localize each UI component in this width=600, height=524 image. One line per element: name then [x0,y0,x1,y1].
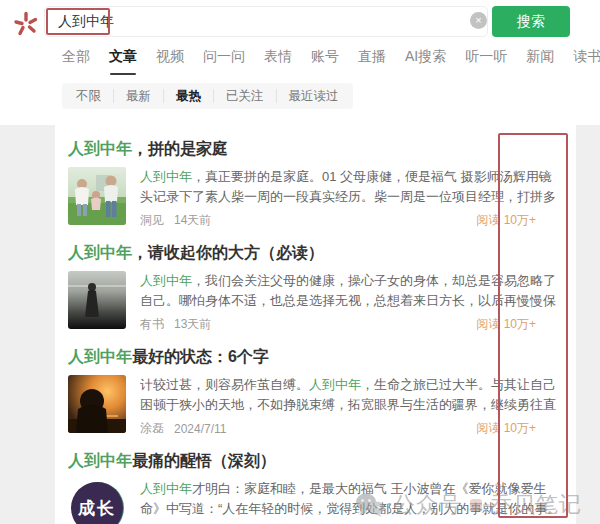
results-card: 人到中年，拼的是家庭 [55,125,576,524]
result-date: 13天前 [174,316,211,333]
result-item-3: 人到中年最好的状态：6个字 [68,347,564,437]
thumbnail-sunset-silhouette[interactable] [68,375,126,433]
title-keyword: 人到中年 [68,244,132,261]
search-button[interactable]: 搜索 [492,6,570,37]
read-count-badge: 阅读 10万+ [476,316,564,333]
result-source[interactable]: 洞见 [140,212,164,229]
filter-recently-read[interactable]: 最近读过 [276,89,351,103]
tab-news[interactable]: 新闻 [526,48,554,75]
category-tabs: 全部 文章 视频 问一问 表情 账号 直播 AI搜索 听一听 新闻 读书 ＞ [0,44,600,76]
result-source[interactable]: 涂磊 [140,420,164,437]
snippet-text: 才明白：家庭和睦，是最大的福气 王小波曾在《爱你就像爱生命》中写道：“人在年轻的… [140,481,560,519]
snippet-keyword: 人到中年 [140,169,192,184]
title-rest: 最好的状态：6个字 [132,348,269,365]
result-snippet: 人到中年，我们会关注父母的健康，操心子女的身体，却总是容易忽略了自己。哪怕身体不… [140,271,564,311]
result-snippet: 人到中年，真正要拼的是家庭。01 父母康健，便是福气 摄影师汤辉用镜头记录下了素… [140,167,564,207]
result-source[interactable]: 有书 [140,316,164,333]
tab-ai-search[interactable]: AI搜索 [405,48,446,75]
title-keyword: 人到中年 [68,140,132,157]
title-keyword: 人到中年 [68,348,132,365]
search-header: 人到中年 × 搜索 全部 文章 视频 问一问 表情 账号 直播 AI搜索 听一听… [0,0,600,125]
tab-accounts[interactable]: 账号 [311,48,339,75]
result-item-1: 人到中年，拼的是家庭 [68,139,564,229]
tab-books[interactable]: 读书 [573,48,600,75]
result-date: 2024/7/11 [174,422,227,436]
result-item-4: 人到中年最痛的醒悟（深刻） 成长 人到中年才明白：家庭和睦，是最大的福气 王小波… [68,451,564,524]
search-bar-row: 人到中年 × 搜索 [0,0,600,44]
search-query-text[interactable]: 人到中年 [58,13,114,31]
result-date: 14天前 [174,212,211,229]
snippet-text: 计较过甚，则容易作茧自缚。 [140,377,309,392]
tab-video[interactable]: 视频 [156,48,184,75]
snippet-keyword: 人到中年 [140,481,192,496]
result-title[interactable]: 人到中年，请收起你的大方（必读） [68,243,564,264]
read-count-badge: 阅读 10万+ [476,212,564,229]
title-rest: 最痛的醒悟（深刻） [132,452,276,469]
tab-live[interactable]: 直播 [358,48,386,75]
result-title[interactable]: 人到中年，拼的是家庭 [68,139,564,160]
filter-latest[interactable]: 最新 [113,89,163,103]
growth-circle: 成长 [71,482,123,524]
tab-all[interactable]: 全部 [62,48,90,75]
tab-stickers[interactable]: 表情 [264,48,292,75]
snippet-text: ，真正要拼的是家庭。01 父母康健，便是福气 摄影师汤辉用镜头记录下了素人柴一周… [140,169,556,207]
filter-unlimited[interactable]: 不限 [64,89,113,103]
thumbnail-family-walking-on-grass[interactable] [68,167,126,225]
snippet-keyword: 人到中年 [140,273,192,288]
title-keyword: 人到中年 [68,452,132,469]
result-item-2: 人到中年，请收起你的大方（必读） [68,243,564,333]
tab-articles[interactable]: 文章 [109,48,137,75]
title-rest: ，请收起你的大方（必读） [132,244,324,261]
result-snippet: 计较过甚，则容易作茧自缚。人到中年，生命之旅已过大半。与其让自己困顿于狭小的天地… [140,375,564,415]
thumbnail-growth-badge[interactable]: 成长 [68,479,126,524]
tab-listen[interactable]: 听一听 [465,48,507,75]
filter-bar: 不限 最新 最热 已关注 最近读过 [62,83,353,109]
result-snippet: 人到中年才明白：家庭和睦，是最大的福气 王小波曾在《爱你就像爱生命》中写道：“人… [140,479,564,519]
thumbnail-person-standing-on-beach[interactable] [68,271,126,329]
snippet-text: ，我们会关注父母的健康，操心子女的身体，却总是容易忽略了自己。哪怕身体不适，也总… [140,273,556,311]
tab-qa[interactable]: 问一问 [203,48,245,75]
filter-hottest[interactable]: 最热 [163,89,213,103]
filter-following[interactable]: 已关注 [213,89,276,103]
title-rest: ，拼的是家庭 [132,140,228,157]
snippet-keyword: 人到中年 [309,377,361,392]
sogou-asterisk-logo [13,11,39,37]
clear-search-icon[interactable]: × [470,12,487,29]
search-results-area: 人到中年，拼的是家庭 [0,125,600,524]
read-count-badge: 阅读 10万+ [476,420,564,437]
result-title[interactable]: 人到中年最好的状态：6个字 [68,347,564,368]
result-title[interactable]: 人到中年最痛的醒悟（深刻） [68,451,564,472]
